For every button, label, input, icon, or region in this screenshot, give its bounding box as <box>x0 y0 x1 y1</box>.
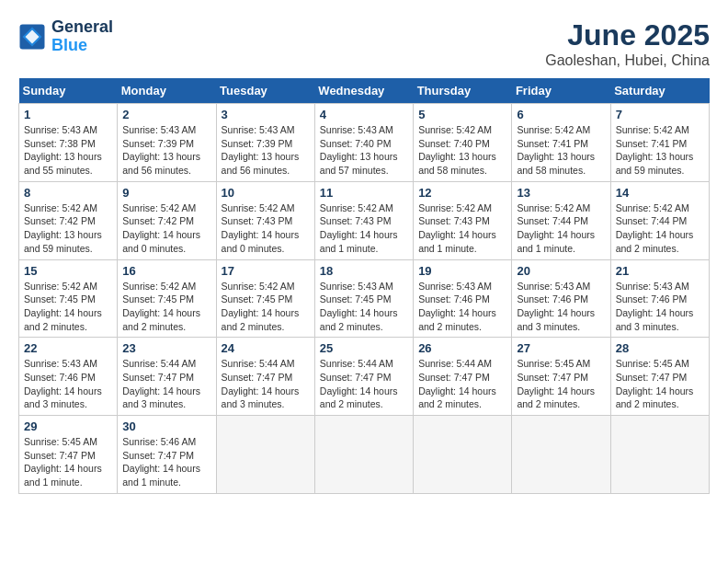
day-number: 10 <box>222 186 310 200</box>
calendar-cell: 2Sunrise: 5:43 AMSunset: 7:39 PMDaylight… <box>118 104 216 182</box>
calendar-header-row: SundayMondayTuesdayWednesdayThursdayFrid… <box>19 78 710 104</box>
calendar-cell: 27Sunrise: 5:45 AMSunset: 7:47 PMDayligh… <box>512 338 610 416</box>
day-number: 26 <box>418 341 506 355</box>
calendar-cell: 19Sunrise: 5:43 AMSunset: 7:46 PMDayligh… <box>414 259 512 338</box>
day-info: Sunrise: 5:42 AMSunset: 7:45 PMDaylight:… <box>24 280 112 334</box>
day-number: 21 <box>616 264 704 278</box>
calendar-cell: 6Sunrise: 5:42 AMSunset: 7:41 PMDaylight… <box>512 104 610 182</box>
day-number: 28 <box>616 341 704 355</box>
day-number: 29 <box>24 419 112 433</box>
calendar-cell: 23Sunrise: 5:44 AMSunset: 7:47 PMDayligh… <box>118 338 216 416</box>
day-number: 16 <box>122 264 210 278</box>
calendar-cell: 1Sunrise: 5:43 AMSunset: 7:38 PMDaylight… <box>19 104 118 182</box>
logo-icon <box>18 23 46 51</box>
day-number: 19 <box>418 264 506 278</box>
day-info: Sunrise: 5:44 AMSunset: 7:47 PMDaylight:… <box>122 357 210 411</box>
day-info: Sunrise: 5:42 AMSunset: 7:43 PMDaylight:… <box>418 201 506 256</box>
calendar-week-5: 29Sunrise: 5:45 AMSunset: 7:47 PMDayligh… <box>19 416 710 494</box>
day-info: Sunrise: 5:42 AMSunset: 7:43 PMDaylight:… <box>222 201 310 256</box>
day-number: 30 <box>122 419 210 433</box>
day-info: Sunrise: 5:43 AMSunset: 7:46 PMDaylight:… <box>418 280 506 334</box>
day-info: Sunrise: 5:42 AMSunset: 7:42 PMDaylight:… <box>122 201 210 256</box>
day-number: 15 <box>24 264 112 278</box>
day-info: Sunrise: 5:43 AMSunset: 7:46 PMDaylight:… <box>616 280 704 334</box>
title-area: June 2025 Gaoleshan, Hubei, China <box>545 18 710 69</box>
day-number: 5 <box>418 108 506 121</box>
day-info: Sunrise: 5:43 AMSunset: 7:46 PMDaylight:… <box>517 280 605 334</box>
day-number: 23 <box>122 341 210 355</box>
day-number: 20 <box>517 264 605 278</box>
calendar-cell: 11Sunrise: 5:42 AMSunset: 7:43 PMDayligh… <box>314 181 413 259</box>
day-number: 7 <box>616 108 704 121</box>
column-header-tuesday: Tuesday <box>216 78 314 104</box>
day-info: Sunrise: 5:42 AMSunset: 7:42 PMDaylight:… <box>24 201 112 256</box>
calendar-cell: 24Sunrise: 5:44 AMSunset: 7:47 PMDayligh… <box>216 338 314 416</box>
calendar-cell: 13Sunrise: 5:42 AMSunset: 7:44 PMDayligh… <box>512 181 610 259</box>
day-number: 4 <box>320 108 408 121</box>
column-header-sunday: Sunday <box>19 78 118 104</box>
column-header-friday: Friday <box>512 78 610 104</box>
day-info: Sunrise: 5:42 AMSunset: 7:41 PMDaylight:… <box>616 123 704 178</box>
calendar-cell: 8Sunrise: 5:42 AMSunset: 7:42 PMDaylight… <box>19 181 118 259</box>
calendar-cell <box>610 416 709 494</box>
day-number: 13 <box>517 186 605 200</box>
day-info: Sunrise: 5:45 AMSunset: 7:47 PMDaylight:… <box>24 435 112 489</box>
calendar-cell: 21Sunrise: 5:43 AMSunset: 7:46 PMDayligh… <box>610 259 709 338</box>
column-header-saturday: Saturday <box>610 78 709 104</box>
day-number: 11 <box>320 186 408 200</box>
day-info: Sunrise: 5:42 AMSunset: 7:44 PMDaylight:… <box>616 201 704 256</box>
day-info: Sunrise: 5:43 AMSunset: 7:39 PMDaylight:… <box>222 123 310 178</box>
day-number: 6 <box>517 108 605 121</box>
day-number: 17 <box>222 264 310 278</box>
location-title: Gaoleshan, Hubei, China <box>545 52 710 69</box>
day-info: Sunrise: 5:42 AMSunset: 7:41 PMDaylight:… <box>517 123 605 178</box>
calendar-week-4: 22Sunrise: 5:43 AMSunset: 7:46 PMDayligh… <box>19 338 710 416</box>
calendar-cell <box>414 416 512 494</box>
day-info: Sunrise: 5:43 AMSunset: 7:39 PMDaylight:… <box>122 123 210 178</box>
column-header-wednesday: Wednesday <box>314 78 413 104</box>
calendar-cell: 3Sunrise: 5:43 AMSunset: 7:39 PMDaylight… <box>216 104 314 182</box>
day-number: 3 <box>222 108 310 121</box>
day-number: 1 <box>24 108 112 121</box>
calendar-cell: 10Sunrise: 5:42 AMSunset: 7:43 PMDayligh… <box>216 181 314 259</box>
logo-line1: General <box>51 18 113 37</box>
day-number: 27 <box>517 341 605 355</box>
calendar-cell: 4Sunrise: 5:43 AMSunset: 7:40 PMDaylight… <box>314 104 413 182</box>
calendar-cell: 25Sunrise: 5:44 AMSunset: 7:47 PMDayligh… <box>314 338 413 416</box>
day-info: Sunrise: 5:42 AMSunset: 7:45 PMDaylight:… <box>122 280 210 334</box>
logo: General Blue <box>18 18 113 55</box>
calendar-cell <box>216 416 314 494</box>
calendar-cell: 5Sunrise: 5:42 AMSunset: 7:40 PMDaylight… <box>414 104 512 182</box>
calendar-cell: 14Sunrise: 5:42 AMSunset: 7:44 PMDayligh… <box>610 181 709 259</box>
calendar-cell: 12Sunrise: 5:42 AMSunset: 7:43 PMDayligh… <box>414 181 512 259</box>
calendar-cell: 28Sunrise: 5:45 AMSunset: 7:47 PMDayligh… <box>610 338 709 416</box>
day-number: 9 <box>122 186 210 200</box>
month-title: June 2025 <box>545 18 710 52</box>
calendar-cell: 7Sunrise: 5:42 AMSunset: 7:41 PMDaylight… <box>610 104 709 182</box>
day-number: 2 <box>122 108 210 121</box>
calendar-week-2: 8Sunrise: 5:42 AMSunset: 7:42 PMDaylight… <box>19 181 710 259</box>
day-number: 22 <box>24 341 112 355</box>
column-header-thursday: Thursday <box>414 78 512 104</box>
header: General Blue June 2025 Gaoleshan, Hubei,… <box>18 18 710 69</box>
calendar-cell: 9Sunrise: 5:42 AMSunset: 7:42 PMDaylight… <box>118 181 216 259</box>
calendar-cell: 30Sunrise: 5:46 AMSunset: 7:47 PMDayligh… <box>118 416 216 494</box>
calendar-cell: 15Sunrise: 5:42 AMSunset: 7:45 PMDayligh… <box>19 259 118 338</box>
day-info: Sunrise: 5:44 AMSunset: 7:47 PMDaylight:… <box>320 357 408 411</box>
day-number: 18 <box>320 264 408 278</box>
day-info: Sunrise: 5:42 AMSunset: 7:45 PMDaylight:… <box>222 280 310 334</box>
day-number: 14 <box>616 186 704 200</box>
day-info: Sunrise: 5:42 AMSunset: 7:40 PMDaylight:… <box>418 123 506 178</box>
logo-line2: Blue <box>51 36 87 54</box>
day-info: Sunrise: 5:43 AMSunset: 7:40 PMDaylight:… <box>320 123 408 178</box>
calendar-week-1: 1Sunrise: 5:43 AMSunset: 7:38 PMDaylight… <box>19 104 710 182</box>
calendar-table: SundayMondayTuesdayWednesdayThursdayFrid… <box>18 78 710 494</box>
calendar-cell: 29Sunrise: 5:45 AMSunset: 7:47 PMDayligh… <box>19 416 118 494</box>
day-info: Sunrise: 5:45 AMSunset: 7:47 PMDaylight:… <box>616 357 704 411</box>
day-number: 25 <box>320 341 408 355</box>
calendar-cell: 18Sunrise: 5:43 AMSunset: 7:45 PMDayligh… <box>314 259 413 338</box>
calendar-week-3: 15Sunrise: 5:42 AMSunset: 7:45 PMDayligh… <box>19 259 710 338</box>
calendar-cell: 20Sunrise: 5:43 AMSunset: 7:46 PMDayligh… <box>512 259 610 338</box>
day-info: Sunrise: 5:44 AMSunset: 7:47 PMDaylight:… <box>418 357 506 411</box>
calendar-cell <box>314 416 413 494</box>
